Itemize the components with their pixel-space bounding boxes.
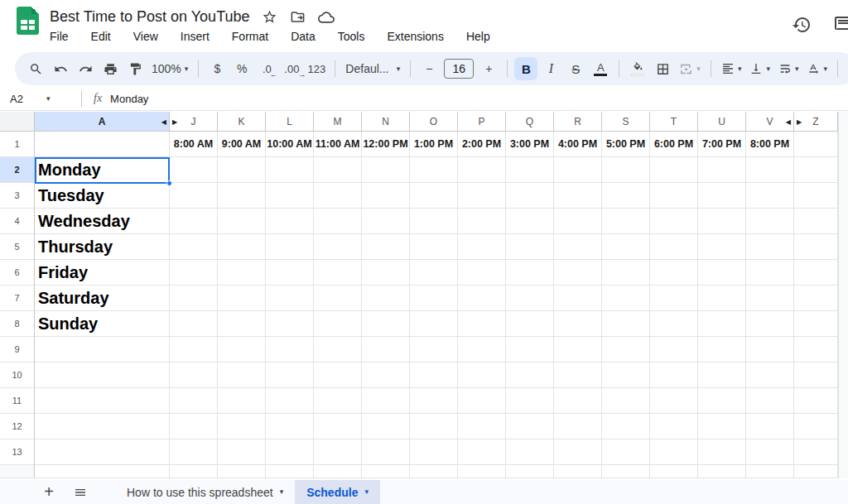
cell-U7[interactable]	[698, 286, 746, 311]
menu-tools[interactable]: Tools	[338, 30, 365, 43]
cell-M12[interactable]	[314, 414, 362, 439]
column-header-J[interactable]: J▶	[170, 112, 218, 132]
cell-O12[interactable]	[410, 414, 458, 439]
cell-Q10[interactable]	[506, 362, 554, 388]
cell-Q12[interactable]	[506, 414, 554, 439]
cell-R4[interactable]	[554, 209, 602, 234]
row-header-3[interactable]: 3	[0, 183, 35, 209]
cell-M11[interactable]	[314, 388, 362, 414]
cell-Q1[interactable]: 3:00 PM	[506, 132, 554, 157]
cell-M5[interactable]	[314, 234, 362, 260]
vertical-align-button[interactable]: ▾	[746, 57, 773, 80]
cell-K11[interactable]	[218, 388, 266, 414]
cell-P2[interactable]	[458, 157, 506, 183]
cell-Q9[interactable]	[506, 337, 554, 362]
cell-L13[interactable]	[266, 439, 314, 465]
cell-P1[interactable]: 2:00 PM	[458, 132, 506, 157]
cell-Q5[interactable]	[506, 234, 554, 260]
formula-input[interactable]: Monday	[110, 93, 148, 105]
cell-U13[interactable]	[698, 439, 746, 465]
cell-Z13[interactable]	[794, 439, 838, 465]
font-size-input[interactable]: 16	[444, 59, 474, 79]
cell-S3[interactable]	[602, 183, 650, 209]
cell-P10[interactable]	[458, 362, 506, 388]
increase-decimal-button[interactable]: .00→	[280, 57, 303, 80]
row-header-11[interactable]: 11	[0, 388, 35, 414]
expand-hidden-columns-icon[interactable]: ▶	[172, 118, 177, 126]
vertical-scrollbar[interactable]	[838, 112, 848, 478]
row-header-7[interactable]: 7	[0, 286, 35, 311]
cell-K12[interactable]	[218, 414, 266, 439]
cell-P11[interactable]	[458, 388, 506, 414]
column-header-O[interactable]: O	[410, 112, 458, 132]
cell-T6[interactable]	[650, 260, 698, 286]
cell-S12[interactable]	[602, 414, 650, 439]
cell-L11[interactable]	[266, 388, 314, 414]
cell-A11[interactable]	[35, 388, 170, 414]
column-header-P[interactable]: P	[458, 112, 506, 132]
cell-P9[interactable]	[458, 337, 506, 362]
cell-U8[interactable]	[698, 311, 746, 337]
cell-N1[interactable]: 12:00 PM	[362, 132, 410, 157]
cell-O8[interactable]	[410, 311, 458, 337]
cell-R2[interactable]	[554, 157, 602, 183]
cell-Q4[interactable]	[506, 209, 554, 234]
cell-Q6[interactable]	[506, 260, 554, 286]
row-header-4[interactable]: 4	[0, 209, 35, 234]
cell-S2[interactable]	[602, 157, 650, 183]
cell-M10[interactable]	[314, 362, 362, 388]
cell-S8[interactable]	[602, 311, 650, 337]
cell-P13[interactable]	[458, 439, 506, 465]
menu-file[interactable]: File	[50, 30, 69, 43]
cell-V8[interactable]	[746, 311, 794, 337]
tab-how-to-use[interactable]: How to use this spreadsheet ▾	[115, 480, 295, 504]
cell-O2[interactable]	[410, 157, 458, 183]
cell-T2[interactable]	[650, 157, 698, 183]
cell-V7[interactable]	[746, 286, 794, 311]
cell-L12[interactable]	[266, 414, 314, 439]
currency-format-button[interactable]: $	[205, 57, 229, 80]
cell-Z10[interactable]	[794, 362, 838, 388]
column-header-S[interactable]: S	[602, 112, 650, 132]
cell-T5[interactable]	[650, 234, 698, 260]
cell-Z7[interactable]	[794, 286, 838, 311]
move-to-folder-icon[interactable]	[290, 9, 306, 26]
column-header-R[interactable]: R	[554, 112, 602, 132]
cell-T11[interactable]	[650, 388, 698, 414]
cell-S13[interactable]	[602, 439, 650, 465]
cell-P8[interactable]	[458, 311, 506, 337]
cell-O7[interactable]	[410, 286, 458, 311]
cell-R1[interactable]: 4:00 PM	[554, 132, 602, 157]
cell-Q13[interactable]	[506, 439, 554, 465]
row-header-8[interactable]: 8	[0, 311, 35, 337]
cell-J2[interactable]	[170, 157, 218, 183]
cell-Z6[interactable]	[794, 260, 838, 286]
cell-Q7[interactable]	[506, 286, 554, 311]
cell-R8[interactable]	[554, 311, 602, 337]
cell-V13[interactable]	[746, 439, 794, 465]
cell-L3[interactable]	[266, 183, 314, 209]
cell-O10[interactable]	[410, 362, 458, 388]
cell-U3[interactable]	[698, 183, 746, 209]
cell-N4[interactable]	[362, 209, 410, 234]
cell-K6[interactable]	[218, 260, 266, 286]
text-wrap-button[interactable]: ▾	[775, 57, 802, 80]
cell-N3[interactable]	[362, 183, 410, 209]
menu-insert[interactable]: Insert	[181, 30, 210, 43]
cell-L8[interactable]	[266, 311, 314, 337]
document-title[interactable]: Best Time to Post on YouTube	[50, 8, 250, 26]
column-header-T[interactable]: T	[650, 112, 698, 132]
italic-button[interactable]: I	[539, 57, 562, 80]
cell-R11[interactable]	[554, 388, 602, 414]
row-header-2[interactable]: 2	[0, 157, 35, 183]
cell-A9[interactable]	[35, 337, 170, 362]
cell-K1[interactable]: 9:00 AM	[218, 132, 266, 157]
cell-K3[interactable]	[218, 183, 266, 209]
cell-M1[interactable]: 11:00 AM	[314, 132, 362, 157]
cell-P6[interactable]	[458, 260, 506, 286]
cell-Q8[interactable]	[506, 311, 554, 337]
cell-N7[interactable]	[362, 286, 410, 311]
cell-L4[interactable]	[266, 209, 314, 234]
cell-N10[interactable]	[362, 362, 410, 388]
cell-V5[interactable]	[746, 234, 794, 260]
